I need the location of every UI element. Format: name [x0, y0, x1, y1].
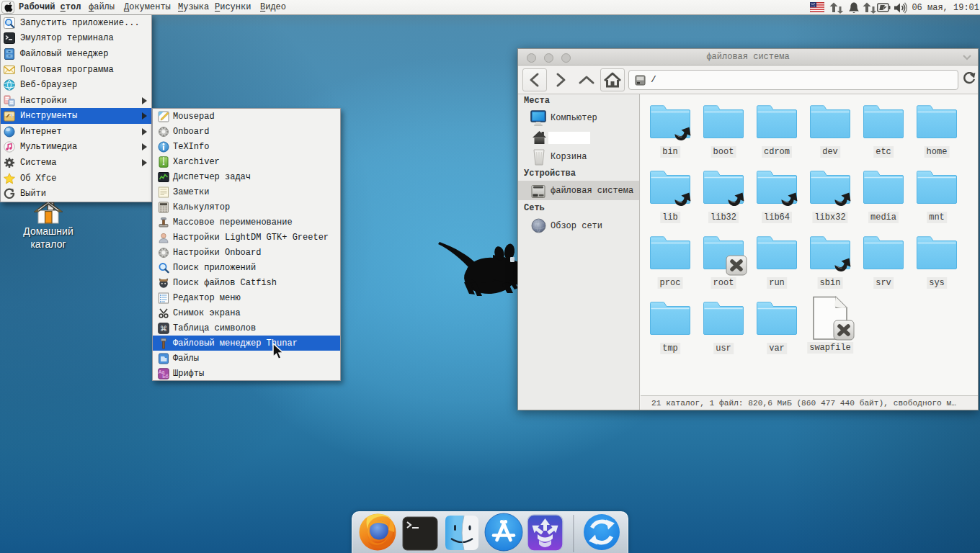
svg-text:Бб: Бб	[162, 373, 169, 378]
svg-text:⌘: ⌘	[160, 324, 167, 332]
